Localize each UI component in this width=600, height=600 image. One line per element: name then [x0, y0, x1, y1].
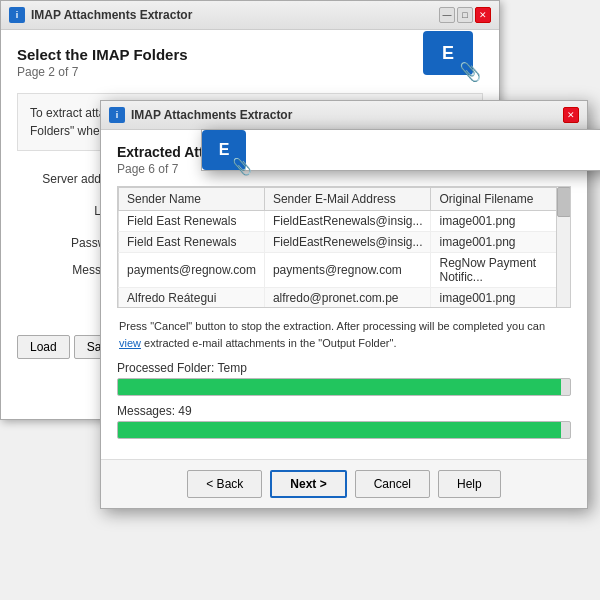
fg-processed-folder-label: Processed Folder: Temp [117, 361, 571, 375]
bg-logo-box: E 📎 [423, 31, 473, 75]
fg-progress-messages: Messages: 49 [117, 404, 571, 439]
table-row: Field East RenewalsFieldEastRenewels@ins… [119, 232, 570, 253]
fg-progress-folder: Processed Folder: Temp [117, 361, 571, 396]
fg-messages-label: Messages: 49 [117, 404, 571, 418]
bg-close-btn[interactable]: ✕ [475, 7, 491, 23]
fg-logo-box: E 📎 [202, 130, 246, 170]
fg-next-button[interactable]: Next > [270, 470, 346, 498]
bg-load-button[interactable]: Load [17, 335, 70, 359]
fg-notice-link[interactable]: view [119, 337, 141, 349]
fg-window-title: IMAP Attachments Extractor [131, 108, 292, 122]
bg-win-controls: — □ ✕ [439, 7, 491, 23]
fg-clip-icon: 📎 [232, 157, 252, 176]
table-scrollbar-thumb[interactable] [557, 187, 571, 217]
bg-title-bar: i IMAP Attachments Extractor — □ ✕ [1, 1, 499, 30]
bg-app-icon: i [9, 7, 25, 23]
fg-back-button[interactable]: < Back [187, 470, 262, 498]
fg-app-icon: i [109, 107, 125, 123]
table-row: payments@regnow.compayments@regnow.comRe… [119, 253, 570, 288]
bg-logo-area: E 📎 [423, 31, 483, 81]
attach-table: Sender Name Sender E-Mail Address Origin… [118, 187, 570, 307]
fg-content: Extracted Attachments List Page 6 of 7 E… [101, 130, 587, 459]
fg-progress-bar-1-fill [118, 379, 561, 395]
fg-progress-bar-1-bg [117, 378, 571, 396]
col-header-filename: Original Filename [431, 188, 570, 211]
bg-maximize-btn[interactable]: □ [457, 7, 473, 23]
fg-title-bar: i IMAP Attachments Extractor ✕ [101, 101, 587, 130]
table-row: Field East RenewalsFieldEastRenewals@ins… [119, 211, 570, 232]
bg-window-title: IMAP Attachments Extractor [31, 8, 192, 22]
table-scrollbar[interactable] [556, 187, 570, 307]
col-header-sender: Sender Name [119, 188, 265, 211]
fg-dialog: i IMAP Attachments Extractor ✕ Extracted… [100, 100, 588, 509]
fg-progress-bar-2-bg [117, 421, 571, 439]
fg-notice: Press "Cancel" button to stop the extrac… [117, 318, 571, 351]
fg-win-controls: ✕ [563, 107, 579, 123]
bg-minimize-btn[interactable]: — [439, 7, 455, 23]
table-row: Alfredo Reáteguialfredo@pronet.com.peima… [119, 288, 570, 308]
attach-table-inner[interactable]: Sender Name Sender E-Mail Address Origin… [118, 187, 570, 307]
col-header-email: Sender E-Mail Address [264, 188, 431, 211]
fg-cancel-button[interactable]: Cancel [355, 470, 430, 498]
fg-help-button[interactable]: Help [438, 470, 501, 498]
attach-table-wrapper: Sender Name Sender E-Mail Address Origin… [117, 186, 571, 308]
fg-logo-area: E 📎 [201, 129, 600, 171]
bg-page-subtitle: Page 2 of 7 [17, 65, 483, 79]
fg-progress-bar-2-fill [118, 422, 561, 438]
bg-clip-icon: 📎 [459, 61, 481, 83]
bg-page-title: Select the IMAP Folders [17, 46, 483, 63]
fg-footer: < Back Next > Cancel Help [101, 459, 587, 508]
fg-close-btn[interactable]: ✕ [563, 107, 579, 123]
